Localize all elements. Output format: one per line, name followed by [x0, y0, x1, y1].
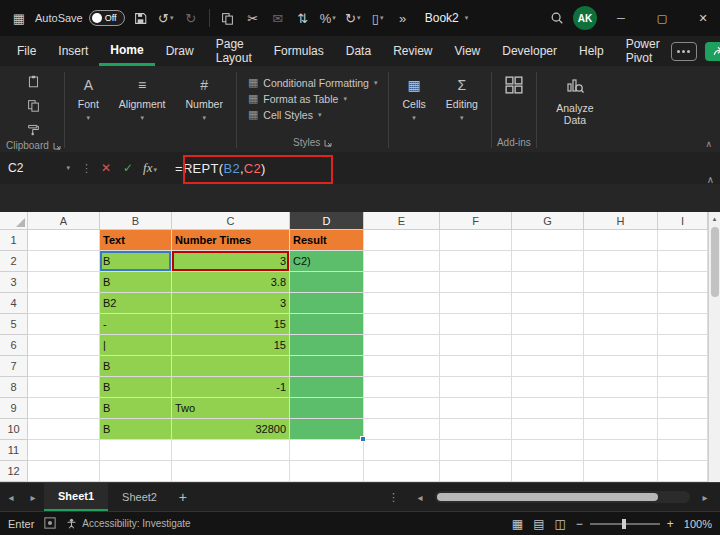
- cell-C5[interactable]: 15: [172, 314, 290, 335]
- cell-A3[interactable]: [28, 272, 100, 293]
- cell-D1[interactable]: Result: [290, 230, 364, 251]
- cell-B9[interactable]: B: [100, 398, 172, 419]
- refresh-icon[interactable]: ↻▾: [344, 6, 362, 30]
- cell-B1[interactable]: Text: [100, 230, 172, 251]
- scroll-up-icon[interactable]: ▴: [709, 212, 720, 225]
- cell-E9[interactable]: [364, 398, 440, 419]
- dialog-launcher-icon[interactable]: [324, 139, 332, 147]
- row-header-4[interactable]: 4: [0, 293, 28, 314]
- cell-F7[interactable]: [440, 356, 512, 377]
- insert-function-icon[interactable]: fx▾: [139, 160, 161, 176]
- cell-A9[interactable]: [28, 398, 100, 419]
- title-dropdown-icon[interactable]: ▾: [465, 14, 469, 22]
- alignment-group-button[interactable]: ≡ Alignment ▾: [109, 70, 176, 150]
- cell-B10[interactable]: B: [100, 419, 172, 440]
- col-header-B[interactable]: B: [100, 212, 172, 230]
- cell-D4[interactable]: [290, 293, 364, 314]
- autosave-toggle[interactable]: AutoSave Off: [35, 10, 125, 26]
- cancel-icon[interactable]: ✕: [95, 161, 117, 175]
- cell-A2[interactable]: [28, 251, 100, 272]
- cut-icon[interactable]: ✂: [244, 6, 262, 30]
- conditional-formatting-button[interactable]: ▦ Conditional Formatting ▾: [248, 76, 378, 89]
- more-commands-icon[interactable]: »: [394, 6, 412, 30]
- cell-A6[interactable]: [28, 335, 100, 356]
- cell-E10[interactable]: [364, 419, 440, 440]
- cell-C4[interactable]: 3: [172, 293, 290, 314]
- tab-file[interactable]: File: [6, 36, 47, 66]
- horizontal-scroll-thumb[interactable]: [437, 493, 658, 501]
- col-header-G[interactable]: G: [512, 212, 584, 230]
- cell-E11[interactable]: [364, 440, 440, 461]
- cell-G2[interactable]: [512, 251, 584, 272]
- paste-icon[interactable]: [27, 74, 40, 92]
- col-header-D[interactable]: D: [290, 212, 364, 230]
- cell-I6[interactable]: [658, 335, 708, 356]
- cell-A11[interactable]: [28, 440, 100, 461]
- row-header-3[interactable]: 3: [0, 272, 28, 293]
- font-group-button[interactable]: A Font ▾: [68, 70, 109, 150]
- hscroll-right-icon[interactable]: ▸: [694, 492, 716, 503]
- new-document-icon[interactable]: ▯▾: [369, 6, 387, 30]
- name-box[interactable]: C2 ▾: [0, 161, 78, 175]
- cell-H6[interactable]: [584, 335, 658, 356]
- sheet-nav-left-icon[interactable]: ◂: [0, 483, 22, 511]
- copy-icon[interactable]: [27, 98, 40, 116]
- sort-icon[interactable]: ⇅: [294, 6, 312, 30]
- editing-group-button[interactable]: Σ Editing ▾: [436, 70, 488, 150]
- cell-I11[interactable]: [658, 440, 708, 461]
- cell-F6[interactable]: [440, 335, 512, 356]
- cell-A10[interactable]: [28, 419, 100, 440]
- copy-icon[interactable]: [219, 6, 237, 30]
- row-header-7[interactable]: 7: [0, 356, 28, 377]
- col-header-C[interactable]: C: [172, 212, 290, 230]
- cell-G4[interactable]: [512, 293, 584, 314]
- macro-record-icon[interactable]: [44, 517, 56, 531]
- cell-I5[interactable]: [658, 314, 708, 335]
- cell-I8[interactable]: [658, 377, 708, 398]
- tab-view[interactable]: View: [443, 36, 491, 66]
- comments-icon[interactable]: [671, 42, 697, 61]
- cell-C8[interactable]: -1: [172, 377, 290, 398]
- cell-E7[interactable]: [364, 356, 440, 377]
- cell-B8[interactable]: B: [100, 377, 172, 398]
- cell-A7[interactable]: [28, 356, 100, 377]
- cell-G1[interactable]: [512, 230, 584, 251]
- tab-formulas[interactable]: Formulas: [263, 36, 335, 66]
- cell-E3[interactable]: [364, 272, 440, 293]
- cell-H3[interactable]: [584, 272, 658, 293]
- cell-F11[interactable]: [440, 440, 512, 461]
- col-header-I[interactable]: I: [658, 212, 708, 230]
- formula-input[interactable]: =REPT(B2,C2): [161, 161, 720, 176]
- cell-A12[interactable]: [28, 461, 100, 482]
- sheet-tab-sheet2[interactable]: Sheet2: [108, 483, 171, 511]
- row-header-12[interactable]: 12: [0, 461, 28, 482]
- close-button[interactable]: ✕: [686, 0, 720, 36]
- cell-C10[interactable]: 32800: [172, 419, 290, 440]
- cell-D5[interactable]: [290, 314, 364, 335]
- tab-home[interactable]: Home: [99, 36, 154, 66]
- cell-H11[interactable]: [584, 440, 658, 461]
- cell-I4[interactable]: [658, 293, 708, 314]
- number-format-icon[interactable]: %▾: [319, 6, 337, 30]
- cell-C2[interactable]: 3: [172, 251, 290, 272]
- cell-B5[interactable]: -: [100, 314, 172, 335]
- cell-H4[interactable]: [584, 293, 658, 314]
- sheet-tab-sheet1[interactable]: Sheet1: [44, 483, 108, 511]
- cell-D6[interactable]: [290, 335, 364, 356]
- cell-F12[interactable]: [440, 461, 512, 482]
- app-launcher-icon[interactable]: ▦: [10, 6, 28, 30]
- row-header-2[interactable]: 2: [0, 251, 28, 272]
- cell-B6[interactable]: |: [100, 335, 172, 356]
- cell-C6[interactable]: 15: [172, 335, 290, 356]
- cell-C12[interactable]: [172, 461, 290, 482]
- cell-I10[interactable]: [658, 419, 708, 440]
- tab-review[interactable]: Review: [382, 36, 443, 66]
- add-sheet-button[interactable]: +: [171, 483, 195, 511]
- accessibility-status[interactable]: Accessibility: Investigate: [66, 518, 190, 529]
- zoom-slider[interactable]: [590, 523, 660, 525]
- autosave-switch[interactable]: Off: [89, 10, 125, 26]
- cell-H12[interactable]: [584, 461, 658, 482]
- share-button[interactable]: [705, 42, 720, 61]
- select-all-corner[interactable]: [0, 212, 28, 230]
- cell-H1[interactable]: [584, 230, 658, 251]
